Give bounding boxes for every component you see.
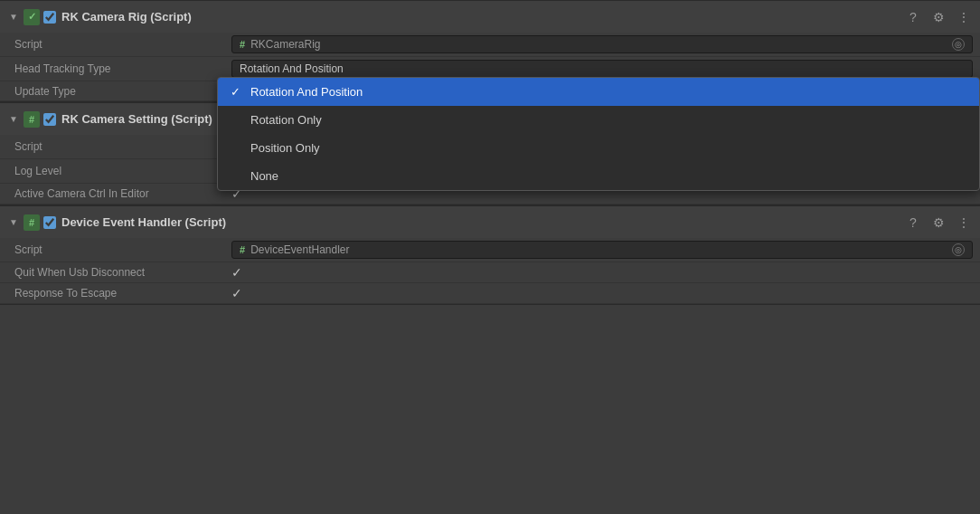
- settings-icon-rk-camera-rig[interactable]: ⚙: [929, 8, 947, 26]
- script-circle-btn-device-event-handler[interactable]: ◎: [952, 243, 965, 256]
- settings-icon-device-event-handler[interactable]: ⚙: [929, 214, 947, 232]
- component-icon-device-event-handler: #: [24, 214, 40, 231]
- label-quit-when-usb: Quit When Usb Disconnect: [14, 266, 231, 279]
- checkbox-quit-when-usb[interactable]: ✓: [231, 265, 242, 280]
- option-label-position-only: Position Only: [250, 141, 320, 155]
- component-title-device-event-handler: Device Event Handler (Script): [61, 215, 900, 229]
- value-quit-when-usb: ✓: [231, 265, 973, 280]
- inspector-panel: ▼ ✓ RK Camera Rig (Script) ? ⚙ ⋮ Script …: [0, 0, 980, 305]
- value-response-to-escape: ✓: [231, 286, 973, 300]
- component-enabled-checkbox-rk-camera-rig[interactable]: [43, 11, 56, 24]
- option-rotation-only[interactable]: Rotation Only: [218, 106, 979, 134]
- header-icons-device-event-handler: ? ⚙ ⋮: [904, 214, 973, 232]
- option-rotation-and-position[interactable]: ✓ Rotation And Position: [218, 78, 979, 106]
- label-log-level: Log Level: [14, 165, 231, 177]
- collapse-arrow-device-event-handler[interactable]: ▼: [7, 216, 20, 229]
- property-head-tracking-type: Head Tracking Type Rotation And Position…: [0, 57, 980, 81]
- collapse-arrow-rk-camera-rig[interactable]: ▼: [7, 11, 20, 24]
- dropdown-head-tracking-type[interactable]: Rotation And Position: [231, 60, 973, 78]
- dropdown-selected-text: Rotation And Position: [240, 62, 965, 75]
- value-script: # RKCameraRig ◎: [231, 35, 973, 53]
- script-name: RKCameraRig: [250, 38, 320, 51]
- component-enabled-checkbox-rk-camera-setting[interactable]: [43, 113, 56, 126]
- label-script-device-event-handler: Script: [14, 243, 231, 256]
- collapse-arrow-rk-camera-setting[interactable]: ▼: [7, 113, 20, 126]
- value-head-tracking-type: Rotation And Position: [231, 60, 973, 78]
- property-script-rk-camera-rig: Script # RKCameraRig ◎: [0, 33, 980, 57]
- more-icon-rk-camera-rig[interactable]: ⋮: [955, 8, 973, 26]
- script-field-device-event-handler[interactable]: # DeviceEventHandler ◎: [231, 241, 973, 259]
- property-script-device-event-handler: Script # DeviceEventHandler ◎: [0, 238, 980, 262]
- label-update-type: Update Type: [14, 85, 231, 98]
- property-quit-when-usb: Quit When Usb Disconnect ✓: [0, 262, 980, 283]
- script-circle-btn[interactable]: ◎: [952, 38, 965, 51]
- component-icon-rk-camera-setting: #: [24, 111, 40, 128]
- script-icon-device-event-handler: #: [240, 244, 245, 255]
- script-icon: #: [240, 39, 245, 50]
- value-script-device-event-handler: # DeviceEventHandler ◎: [231, 241, 973, 259]
- component-header-rk-camera-rig: ▼ ✓ RK Camera Rig (Script) ? ⚙ ⋮: [0, 0, 980, 33]
- help-icon-rk-camera-rig[interactable]: ?: [904, 8, 922, 26]
- component-enabled-checkbox-device-event-handler[interactable]: [43, 216, 56, 229]
- component-icon-rk-camera-rig: ✓: [24, 9, 40, 25]
- component-title-rk-camera-rig: RK Camera Rig (Script): [61, 10, 900, 24]
- header-icons-rk-camera-rig: ? ⚙ ⋮: [904, 8, 973, 26]
- option-label-rotation-only: Rotation Only: [250, 113, 322, 127]
- help-icon-device-event-handler[interactable]: ?: [904, 214, 922, 232]
- option-label-rotation-and-position: Rotation And Position: [250, 85, 363, 99]
- label-script-setting: Script: [14, 140, 231, 153]
- label-response-to-escape: Response To Escape: [14, 287, 231, 300]
- script-field-rk-camera-rig[interactable]: # RKCameraRig ◎: [231, 35, 973, 53]
- script-name-device-event-handler: DeviceEventHandler: [250, 243, 349, 256]
- label-active-camera-ctrl: Active Camera Ctrl In Editor: [14, 187, 231, 200]
- option-none[interactable]: None: [218, 162, 979, 190]
- label-script: Script: [14, 38, 231, 51]
- component-header-device-event-handler: ▼ # Device Event Handler (Script) ? ⚙ ⋮: [0, 205, 980, 238]
- label-head-tracking-type: Head Tracking Type: [14, 62, 231, 75]
- option-label-none: None: [250, 169, 278, 183]
- component-device-event-handler: ▼ # Device Event Handler (Script) ? ⚙ ⋮ …: [0, 205, 980, 305]
- more-icon-device-event-handler[interactable]: ⋮: [955, 214, 973, 232]
- option-checkmark-rotation-and-position: ✓: [231, 85, 243, 99]
- property-response-to-escape: Response To Escape ✓: [0, 283, 980, 304]
- checkbox-response-to-escape[interactable]: ✓: [231, 286, 242, 300]
- component-rk-camera-rig: ▼ ✓ RK Camera Rig (Script) ? ⚙ ⋮ Script …: [0, 0, 980, 102]
- dropdown-popup-head-tracking-type: ✓ Rotation And Position Rotation Only Po…: [217, 77, 980, 191]
- option-position-only[interactable]: Position Only: [218, 134, 979, 162]
